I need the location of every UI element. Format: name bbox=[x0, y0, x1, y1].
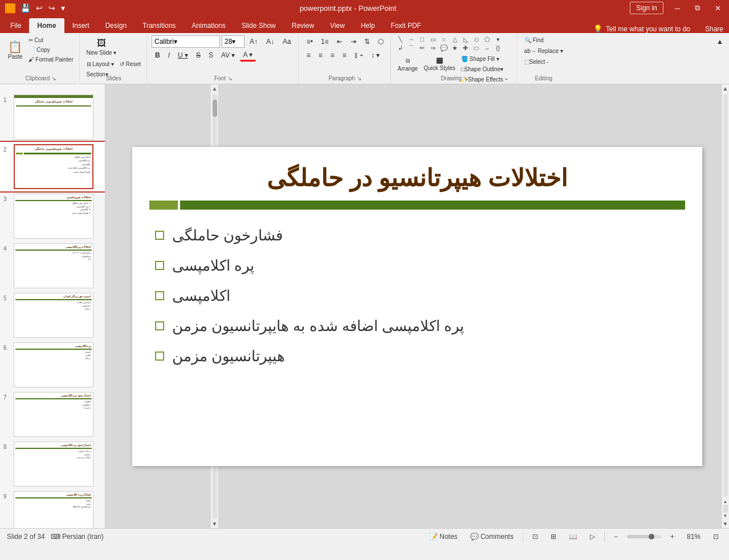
tab-file[interactable]: File bbox=[2, 18, 29, 33]
shape-callout[interactable]: 💬 bbox=[439, 44, 449, 52]
slide-thumb-7[interactable]: 7 اعمال نفوذ پره اکلامپسی خطراتپیشگیریمد… bbox=[0, 390, 105, 439]
find-button[interactable]: 🔍 Find bbox=[522, 35, 546, 44]
restore-button[interactable]: ⧉ bbox=[691, 2, 703, 14]
decrease-font-button[interactable]: A↓ bbox=[263, 35, 278, 48]
shape-cross[interactable]: ✚ bbox=[461, 44, 471, 52]
shape-outline-button[interactable]: □ Shape Outline ▾ bbox=[459, 64, 511, 73]
share-button[interactable]: Share bbox=[705, 25, 723, 33]
reset-button[interactable]: ↺ Reset bbox=[117, 59, 143, 68]
text-direction-button[interactable]: ⇅ bbox=[361, 35, 373, 48]
undo-icon[interactable]: ↩ bbox=[35, 2, 44, 14]
shape-fill-button[interactable]: 🪣 Shape Fill ▾ bbox=[459, 54, 511, 63]
customize-icon[interactable]: ▾ bbox=[60, 2, 66, 14]
shape-bend-arrow[interactable]: ↲ bbox=[396, 44, 406, 52]
shape-pentagon[interactable]: ⬠ bbox=[482, 35, 492, 43]
shape-block-arrow[interactable]: ⇒ bbox=[428, 44, 438, 52]
shape-right-triangle[interactable]: ◺ bbox=[461, 35, 471, 43]
underline-button[interactable]: U ▾ bbox=[174, 49, 192, 62]
save-icon[interactable]: 💾 bbox=[19, 2, 31, 14]
right-scrolltrack[interactable] bbox=[723, 94, 728, 497]
tab-animations[interactable]: Animations bbox=[184, 18, 233, 33]
shape-rect[interactable]: □ bbox=[417, 35, 427, 43]
align-center-button[interactable]: ≡ bbox=[315, 49, 326, 62]
decrease-indent-button[interactable]: ⇤ bbox=[333, 35, 346, 48]
slide-thumb-9[interactable]: 9 اشکال پره اکلامپسی خفیفشدیدHELLP syndr… bbox=[0, 489, 105, 528]
bullet-4[interactable]: پره اکلامپسی اضافه شده به هایپرتانسیون م… bbox=[155, 317, 668, 335]
bullet-1[interactable]: فشارخون حاملگی bbox=[155, 227, 668, 244]
shape-line[interactable]: ╲ bbox=[396, 35, 406, 43]
zoom-level[interactable]: 81% bbox=[683, 532, 704, 542]
slide-thumb-3[interactable]: 3 اختلالات هیپرتانسیو ۱. فشار خون حاملگی… bbox=[0, 191, 105, 241]
clear-format-button[interactable]: Aa bbox=[279, 35, 295, 48]
tab-home[interactable]: Home bbox=[29, 18, 64, 33]
slideshow-button[interactable]: ▷ bbox=[587, 532, 598, 542]
zoom-slider-bar[interactable] bbox=[627, 535, 661, 538]
tab-foxit[interactable]: Foxit PDF bbox=[383, 18, 429, 33]
redo-icon[interactable]: ↪ bbox=[47, 2, 56, 14]
close-button[interactable]: ✕ bbox=[711, 3, 724, 14]
shape-arc[interactable]: ⌣ bbox=[482, 44, 492, 52]
sign-in-button[interactable]: Sign in bbox=[630, 2, 663, 14]
arrange-button[interactable]: ⧉ Arrange bbox=[396, 54, 421, 75]
tab-transitions[interactable]: Transitions bbox=[135, 18, 184, 33]
scroll-down-arrow[interactable]: ▼ bbox=[211, 520, 219, 528]
quick-styles-button[interactable]: ⬛ Quick Styles bbox=[421, 54, 458, 75]
shape-brace[interactable]: {} bbox=[493, 44, 503, 52]
cut-button[interactable]: ✂ Cut bbox=[26, 35, 76, 44]
tab-review[interactable]: Review bbox=[284, 18, 322, 33]
shape-more[interactable]: ▾ bbox=[493, 35, 503, 43]
right-scroll-up[interactable]: ▲ bbox=[722, 84, 729, 93]
right-scroll-down[interactable]: ▼ bbox=[722, 520, 729, 528]
zoom-thumb[interactable] bbox=[649, 534, 654, 539]
convert-smartart-button[interactable]: ⬡ bbox=[374, 35, 387, 48]
notes-button[interactable]: 📝 Notes bbox=[426, 532, 461, 542]
shape-oval[interactable]: ○ bbox=[439, 35, 449, 43]
slide-thumb-8[interactable]: 8 اعمال نفوذ پره اکلامپسی درمان داروییبس… bbox=[0, 439, 105, 489]
zoom-in-area[interactable]: ▲ bbox=[723, 499, 728, 504]
shape-diamond[interactable]: ◇ bbox=[471, 35, 482, 43]
font-size-input[interactable]: 28 ▾ bbox=[222, 35, 245, 48]
slide-sorter-button[interactable]: ⊞ bbox=[547, 532, 560, 542]
normal-view-button[interactable]: ⊡ bbox=[529, 532, 541, 542]
slide-thumb-5[interactable]: 5 امنیت حق زندگی انسان اعراض و علائمتشخی… bbox=[0, 291, 105, 340]
slide-thumb-2[interactable]: 2 اختلالات هیپرتانسیو در حاملگی فشارخون … bbox=[0, 142, 105, 191]
comments-button[interactable]: 💬 Comments bbox=[467, 532, 517, 542]
zoom-out-area[interactable]: ▼ bbox=[723, 513, 728, 518]
copy-button[interactable]: 📄 Copy bbox=[26, 45, 76, 54]
slide-thumb-4[interactable]: 4 اختلالات پره‌اکلامپسی فشارخون ≥ ۱۴۰/۹۰… bbox=[0, 241, 105, 291]
replace-button[interactable]: ab→ Replace ▾ bbox=[522, 46, 565, 55]
slide-title[interactable]: اختلالات هیپرتانسیو در حاملگی bbox=[132, 147, 702, 201]
bullet-3[interactable]: اکلامپسی bbox=[155, 287, 668, 305]
tab-design[interactable]: Design bbox=[97, 18, 135, 33]
shape-curve[interactable]: ⌒ bbox=[406, 44, 417, 52]
shape-rounded-rect[interactable]: ▭ bbox=[428, 35, 438, 43]
increase-font-button[interactable]: A↑ bbox=[246, 35, 261, 48]
bullet-5[interactable]: هیپرتانسیون مزمن bbox=[155, 348, 668, 365]
zoom-in-button[interactable]: + bbox=[667, 532, 678, 542]
numbering-button[interactable]: 1≡ bbox=[317, 35, 332, 48]
reading-view-button[interactable]: 📖 bbox=[565, 532, 581, 542]
bullets-button[interactable]: ≡• bbox=[303, 35, 316, 48]
select-button[interactable]: ⬚ Select - bbox=[522, 57, 551, 66]
slide-thumb-6[interactable]: 6 پره اکلامپسی تعریفعلائمدرمان bbox=[0, 340, 105, 390]
collapse-ribbon-button[interactable]: ▲ bbox=[713, 35, 727, 48]
columns-button[interactable]: ⫿ ▾ bbox=[351, 49, 366, 62]
increase-indent-button[interactable]: ⇥ bbox=[347, 35, 360, 48]
paste-button[interactable]: 📋 Paste bbox=[6, 35, 25, 65]
tell-me-input[interactable]: Tell me what you want to do bbox=[606, 25, 690, 33]
shape-arrow[interactable]: → bbox=[406, 35, 417, 43]
tab-slideshow[interactable]: Slide Show bbox=[234, 18, 284, 33]
strikethrough-button[interactable]: S bbox=[193, 49, 204, 62]
line-spacing-button[interactable]: ↕ ▾ bbox=[368, 49, 383, 62]
fit-slide-button[interactable]: ⊡ bbox=[710, 532, 722, 542]
bold-button[interactable]: B bbox=[152, 49, 164, 62]
scroll-up-arrow[interactable]: ▲ bbox=[211, 84, 219, 93]
zoom-out-button[interactable]: − bbox=[610, 532, 621, 542]
slide-thumb-1[interactable]: 1 اختلالات هیپرتانسیو در حاملگی bbox=[0, 92, 105, 142]
shape-free[interactable]: ✏ bbox=[417, 44, 427, 52]
shape-triangle[interactable]: △ bbox=[450, 35, 460, 43]
align-right-button[interactable]: ≡ bbox=[327, 49, 338, 62]
format-painter-button[interactable]: 🖌 Format Painter bbox=[26, 55, 76, 64]
justify-button[interactable]: ≡ bbox=[339, 49, 350, 62]
new-slide-button[interactable]: 🖼 New Slide ▾ bbox=[84, 35, 119, 58]
